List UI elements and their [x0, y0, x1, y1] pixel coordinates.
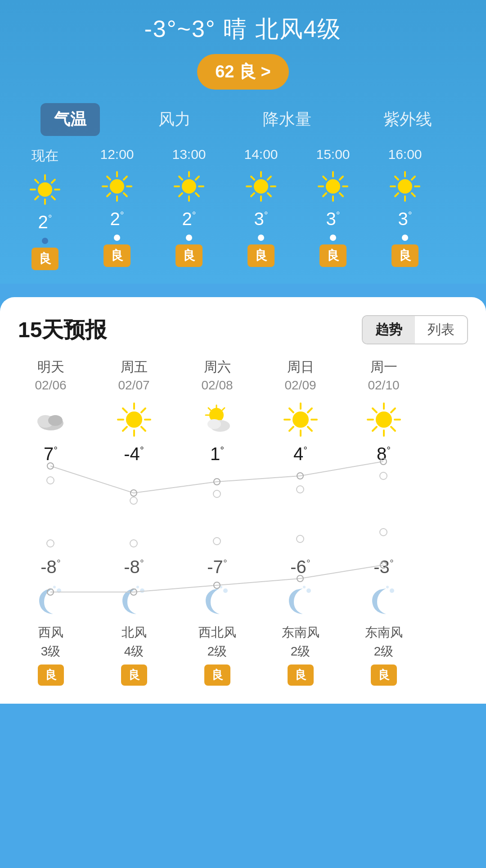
list-item: 现在 2° 良 [9, 147, 81, 270]
forecast-header: 15天预报 趋势 列表 [0, 315, 486, 358]
svg-point-110 [386, 586, 389, 588]
svg-point-96 [306, 588, 311, 593]
svg-line-15 [124, 193, 127, 196]
day-low-0: -8° [40, 557, 60, 577]
low-temp-graph-1 [92, 512, 176, 557]
svg-line-92 [308, 408, 312, 412]
moon-icon [116, 582, 152, 618]
svg-line-53 [395, 193, 398, 196]
day-low-2: -7° [207, 557, 227, 577]
wind-dir-1: 北风 [122, 624, 147, 641]
svg-line-69 [123, 427, 127, 431]
svg-point-95 [297, 535, 304, 542]
svg-point-98 [376, 411, 392, 428]
svg-point-84 [220, 586, 222, 588]
day-low-4: -3° [374, 557, 393, 577]
day-low-1: -8° [124, 557, 144, 577]
sun-icon [317, 170, 349, 203]
temp-dot-4 [330, 235, 336, 241]
svg-point-85 [292, 411, 309, 428]
svg-point-57 [47, 477, 54, 484]
sun-icon [389, 170, 421, 203]
view-list-button[interactable]: 列表 [415, 316, 467, 344]
low-temp-graph-4 [342, 512, 425, 557]
svg-line-44 [323, 193, 326, 196]
day-aqi-4: 良 [371, 665, 397, 686]
sun-icon [116, 402, 152, 438]
tab-temperature[interactable]: 气温 [40, 103, 100, 136]
sun-icon [173, 170, 205, 203]
svg-point-56 [48, 415, 63, 426]
hourly-scroll[interactable]: 现在 2° 良 [0, 147, 486, 270]
wind-level-0: 3级 [41, 643, 61, 660]
view-trend-button[interactable]: 趋势 [363, 316, 415, 344]
svg-point-81 [213, 490, 220, 497]
sun-icon [283, 402, 319, 438]
day-date-4: 02/10 [368, 378, 399, 393]
high-temp-graph-3 [259, 467, 342, 512]
view-toggle: 趋势 列表 [362, 315, 468, 344]
svg-line-16 [124, 176, 127, 180]
day-name-4: 周一 [370, 358, 397, 376]
high-temp-graph-1 [92, 467, 176, 512]
hour-time-0: 现在 [32, 147, 58, 165]
hour-temp-1: 2° [110, 209, 124, 229]
hour-time-5: 16:00 [388, 147, 422, 162]
svg-point-94 [297, 486, 304, 493]
svg-line-68 [141, 408, 145, 412]
day-aqi-2: 良 [204, 665, 230, 686]
hour-temp-2: 2° [182, 209, 196, 229]
tab-uv[interactable]: 紫外线 [370, 103, 446, 136]
high-temp-graph-2 [176, 467, 259, 512]
svg-point-18 [182, 179, 196, 194]
low-temp-graph-3 [259, 512, 342, 557]
svg-line-90 [289, 408, 293, 412]
svg-point-83 [223, 588, 228, 593]
svg-point-0 [38, 182, 52, 197]
svg-line-103 [373, 408, 377, 412]
table-row: 周六 02/08 1° [176, 358, 259, 686]
tab-wind[interactable]: 风力 [145, 103, 204, 136]
svg-line-51 [412, 193, 415, 196]
svg-line-50 [395, 176, 398, 180]
hour-time-3: 14:00 [244, 147, 278, 162]
aqi-tag-5: 良 [392, 244, 418, 267]
svg-line-24 [196, 193, 199, 196]
forecast-title: 15天预报 [18, 316, 107, 344]
aqi-tag-2: 良 [176, 244, 202, 267]
sun-icon [366, 402, 402, 438]
partly-cloudy-icon [199, 402, 235, 438]
hour-temp-0: 2° [38, 212, 52, 232]
high-temp-graph-4 [342, 467, 425, 512]
svg-line-78 [222, 408, 225, 410]
svg-point-45 [398, 179, 412, 194]
aqi-badge-container: 62 良 > [0, 54, 486, 90]
svg-point-36 [326, 179, 340, 194]
hour-temp-5: 3° [398, 209, 412, 229]
hour-time-4: 15:00 [316, 147, 350, 162]
hour-time-2: 13:00 [172, 147, 206, 162]
low-temp-graph-2 [176, 512, 259, 557]
wind-dir-2: 西北风 [198, 624, 236, 641]
day-aqi-1: 良 [121, 665, 147, 686]
day-name-2: 周六 [204, 358, 231, 376]
day-high-4: 8° [377, 444, 391, 464]
list-item: 13:00 2° 良 [153, 147, 225, 270]
moon-icon [199, 582, 235, 618]
day-aqi-3: 良 [288, 665, 314, 686]
temp-dot-5 [402, 235, 408, 241]
temp-dot-1 [114, 235, 120, 241]
svg-line-34 [268, 176, 271, 180]
svg-line-43 [340, 176, 343, 180]
top-weather-section: -3°~3° 晴 北风4级 62 良 > 气温 风力 降水量 紫外线 现在 [0, 0, 486, 284]
tab-precipitation[interactable]: 降水量 [249, 103, 325, 136]
day-aqi-0: 良 [38, 665, 64, 686]
day-high-0: 7° [44, 444, 58, 464]
temp-dot-2 [186, 235, 192, 241]
list-item: 12:00 2° 良 [81, 147, 153, 270]
day-date-2: 02/08 [201, 378, 233, 393]
svg-line-105 [391, 408, 395, 412]
aqi-pill[interactable]: 62 良 > [197, 54, 289, 90]
table-row: 明天 02/06 7° [9, 358, 92, 686]
svg-line-7 [52, 180, 55, 183]
